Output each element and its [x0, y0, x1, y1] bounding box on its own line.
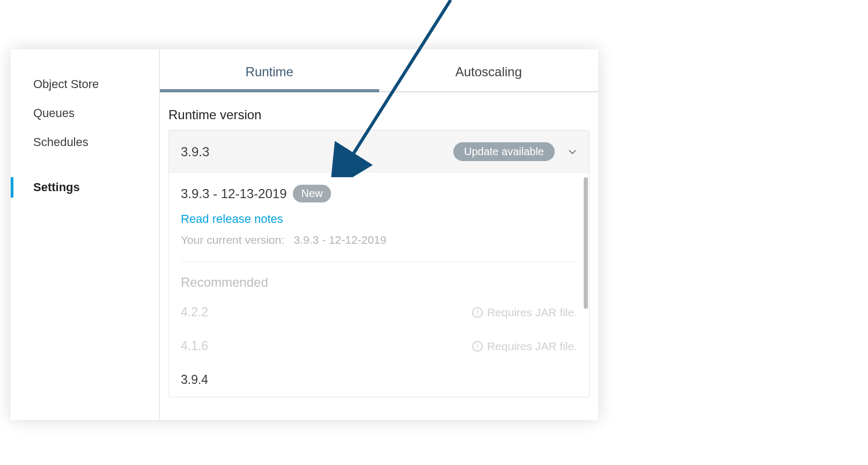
scrollbar[interactable] [584, 177, 588, 309]
option-label: 3.9.4 [181, 373, 577, 387]
new-badge: New [293, 185, 330, 202]
tabs: Runtime Autoscaling [160, 49, 598, 92]
runtime-version-dropdown: 3.9.3 Update available 3.9.3 - 12-13-201… [168, 130, 590, 397]
option-3-9-4[interactable]: 3.9.4 [169, 363, 589, 397]
sidebar-item-queues[interactable]: Queues [11, 99, 159, 128]
highlight-version: 3.9.3 - 12-13-2019 [181, 186, 286, 201]
runtime-version-select[interactable]: 3.9.3 Update available [169, 130, 589, 173]
jar-note-text: Requires JAR file. [487, 340, 577, 353]
sidebar-item-schedules[interactable]: Schedules [11, 128, 159, 157]
runtime-version-title: Runtime version [160, 92, 598, 130]
current-version-line: Your current version: 3.9.3 - 12-12-2019 [181, 234, 577, 257]
jar-note: ! Requires JAR file. [472, 306, 577, 319]
recommended-title: Recommended [169, 262, 589, 295]
current-version-value: 3.9.3 - 12-12-2019 [294, 234, 387, 246]
option-label: 4.2.2 [181, 305, 472, 319]
selected-version: 3.9.3 [181, 144, 453, 159]
sidebar-item-object-store[interactable]: Object Store [11, 70, 159, 99]
sidebar: Object Store Queues Schedules Settings [11, 49, 160, 420]
option-4-1-6: 4.1.6 ! Requires JAR file. [169, 329, 589, 363]
option-4-2-2: 4.2.2 ! Requires JAR file. [169, 295, 589, 329]
tab-runtime[interactable]: Runtime [160, 49, 379, 92]
settings-panel: Object Store Queues Schedules Settings R… [11, 49, 598, 420]
option-label: 4.1.6 [181, 339, 472, 353]
chevron-down-icon [568, 147, 577, 157]
highlight-block: 3.9.3 - 12-13-2019 New Read release note… [169, 173, 589, 261]
sidebar-item-settings[interactable]: Settings [11, 173, 159, 202]
jar-note: ! Requires JAR file. [472, 340, 577, 353]
main-content: Runtime Autoscaling Runtime version 3.9.… [160, 49, 598, 420]
dropdown-body: 3.9.3 - 12-13-2019 New Read release note… [169, 173, 589, 397]
info-icon: ! [472, 341, 483, 352]
release-notes-link[interactable]: Read release notes [181, 212, 283, 226]
info-icon: ! [472, 307, 483, 318]
update-available-badge: Update available [453, 142, 555, 161]
jar-note-text: Requires JAR file. [487, 306, 577, 319]
current-version-label: Your current version: [181, 234, 284, 246]
tab-autoscaling[interactable]: Autoscaling [379, 49, 599, 92]
